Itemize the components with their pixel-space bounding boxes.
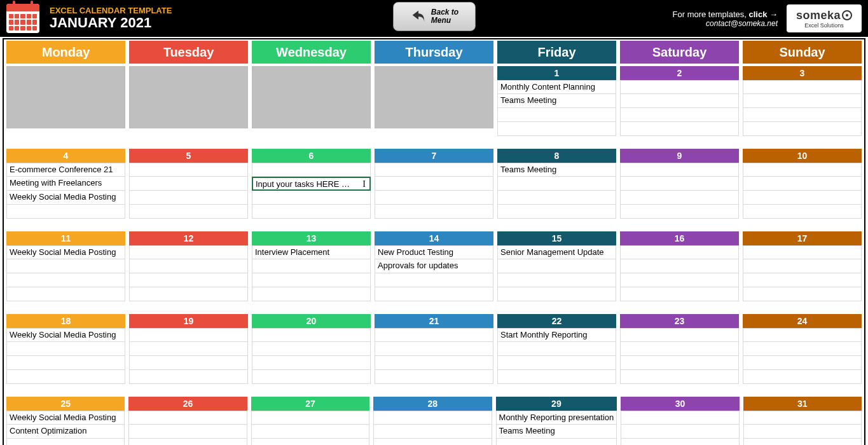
task-cell[interactable]: [620, 342, 739, 356]
task-cell[interactable]: [620, 191, 739, 205]
back-to-menu-button[interactable]: Back to Menu: [393, 2, 476, 31]
task-cell[interactable]: [496, 439, 617, 445]
task-cell[interactable]: [497, 342, 616, 356]
task-cell[interactable]: [743, 342, 862, 356]
task-cell[interactable]: [375, 356, 493, 370]
task-cell[interactable]: [743, 122, 862, 136]
task-cell[interactable]: [129, 328, 248, 342]
task-cell[interactable]: [375, 163, 493, 177]
task-cell[interactable]: [129, 273, 248, 287]
task-cell[interactable]: [375, 287, 493, 301]
task-cell[interactable]: [128, 411, 247, 425]
task-cell[interactable]: [743, 163, 862, 177]
task-cell[interactable]: [6, 370, 125, 384]
task-cell[interactable]: [743, 425, 862, 439]
task-cell[interactable]: [129, 191, 248, 205]
task-cell[interactable]: [743, 411, 862, 425]
task-cell[interactable]: [620, 177, 739, 191]
task-cell[interactable]: [743, 328, 862, 342]
task-cell[interactable]: [129, 245, 248, 259]
more-templates-link[interactable]: For more templates, click →: [673, 10, 778, 19]
task-cell[interactable]: [252, 273, 371, 287]
task-cell[interactable]: [743, 80, 862, 94]
task-cell[interactable]: [375, 177, 493, 191]
task-cell[interactable]: Weekly Social Media Posting: [6, 411, 125, 425]
task-cell[interactable]: [743, 108, 862, 122]
task-cell[interactable]: [743, 94, 862, 108]
task-cell[interactable]: [743, 205, 862, 219]
task-cell[interactable]: [620, 205, 739, 219]
task-cell[interactable]: [743, 370, 862, 384]
task-cell[interactable]: [6, 205, 125, 219]
task-cell[interactable]: [620, 245, 739, 259]
task-cell[interactable]: New Product Testing: [375, 245, 493, 259]
task-cell[interactable]: [6, 259, 125, 273]
task-cell[interactable]: [129, 205, 248, 219]
task-cell[interactable]: [620, 370, 739, 384]
task-cell[interactable]: [251, 439, 369, 445]
task-cell[interactable]: Weekly Social Media Posting: [6, 191, 125, 205]
task-cell[interactable]: [375, 370, 493, 384]
task-cell[interactable]: [375, 191, 493, 205]
task-cell[interactable]: Teams Meeting: [497, 94, 616, 108]
task-cell[interactable]: [252, 191, 371, 205]
task-cell[interactable]: Meeting with Freelancers: [6, 177, 125, 191]
task-cell[interactable]: [129, 356, 248, 370]
task-cell[interactable]: [620, 287, 739, 301]
task-cell[interactable]: [497, 177, 616, 191]
task-cell[interactable]: [251, 425, 369, 439]
task-cell[interactable]: [743, 259, 862, 273]
task-cell[interactable]: [497, 122, 616, 136]
task-cell[interactable]: [6, 273, 125, 287]
task-cell[interactable]: [743, 245, 862, 259]
task-cell[interactable]: [129, 163, 248, 177]
task-cell[interactable]: [6, 342, 125, 356]
task-cell[interactable]: [620, 259, 739, 273]
task-cell[interactable]: [251, 411, 369, 425]
task-cell[interactable]: [743, 356, 862, 370]
task-cell[interactable]: Senior Management Update: [497, 245, 616, 259]
task-cell[interactable]: [252, 342, 371, 356]
task-cell[interactable]: [743, 177, 862, 191]
task-cell[interactable]: Start Monthly Reporting: [497, 328, 616, 342]
task-cell[interactable]: [620, 163, 739, 177]
task-cell[interactable]: Content Optimization: [6, 425, 125, 439]
task-cell[interactable]: Weekly Social Media Posting: [6, 245, 125, 259]
task-cell[interactable]: [497, 205, 616, 219]
task-cell[interactable]: [375, 328, 493, 342]
task-cell[interactable]: [743, 273, 862, 287]
task-cell[interactable]: [373, 439, 492, 445]
task-cell[interactable]: [620, 108, 739, 122]
task-cell[interactable]: [129, 259, 248, 273]
task-cell[interactable]: Teams Meeting: [497, 163, 616, 177]
task-cell[interactable]: [497, 370, 616, 384]
task-cell[interactable]: [497, 108, 616, 122]
task-cell[interactable]: E-commerce Conference 21: [6, 163, 125, 177]
task-cell[interactable]: [375, 205, 493, 219]
task-cell[interactable]: [252, 287, 371, 301]
task-cell[interactable]: Approvals for updates: [375, 259, 493, 273]
task-cell[interactable]: [743, 287, 862, 301]
task-cell[interactable]: [6, 287, 125, 301]
task-cell[interactable]: [252, 328, 371, 342]
task-cell[interactable]: [129, 370, 248, 384]
task-cell[interactable]: [373, 425, 492, 439]
task-cell[interactable]: [620, 94, 739, 108]
task-cell[interactable]: [6, 439, 125, 445]
task-cell[interactable]: [252, 370, 371, 384]
task-cell[interactable]: [620, 273, 739, 287]
task-cell[interactable]: [129, 287, 248, 301]
task-cell[interactable]: [620, 356, 739, 370]
someka-logo[interactable]: someka Excel Solutions: [787, 4, 862, 32]
task-cell[interactable]: [6, 356, 125, 370]
task-cell[interactable]: [743, 439, 862, 445]
task-cell[interactable]: [621, 425, 739, 439]
task-cell[interactable]: [497, 287, 616, 301]
task-cell[interactable]: Monthly Content Planning: [497, 80, 616, 94]
task-cell[interactable]: [620, 122, 739, 136]
task-cell[interactable]: Teams Meeting: [496, 425, 617, 439]
task-cell[interactable]: [129, 177, 248, 191]
task-cell[interactable]: [621, 439, 739, 445]
task-cell[interactable]: [375, 342, 493, 356]
task-cell[interactable]: [497, 191, 616, 205]
